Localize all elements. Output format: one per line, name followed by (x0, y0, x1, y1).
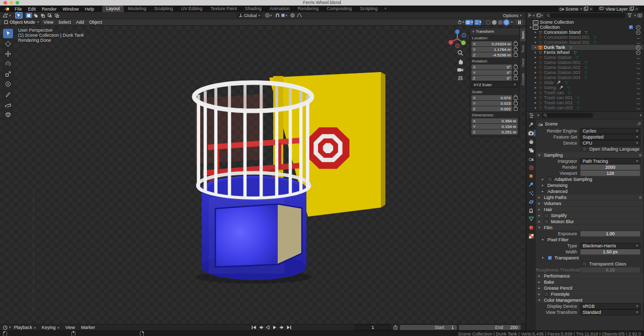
shading-rendered-icon[interactable] (504, 20, 509, 25)
tool-move[interactable] (3, 49, 13, 58)
outliner-collection[interactable]: ▼ Collection ✓ (526, 25, 643, 30)
workspace-tab-animation[interactable]: Animation (266, 6, 294, 12)
scene-selector[interactable]: Scene ▾ × (557, 6, 594, 12)
jump-to-end-button[interactable] (286, 325, 292, 330)
expand-arrow-icon[interactable]: ▸ (533, 35, 538, 39)
tab-modifiers[interactable] (527, 181, 535, 188)
sidebar-tab-tool[interactable]: Tool (520, 43, 526, 55)
workspace-tab-uv-editing[interactable]: UV Editing (177, 6, 207, 12)
menu-help[interactable]: Help (82, 7, 98, 12)
visibility-eye-closed-icon[interactable] (636, 97, 640, 99)
select-mode-new-icon[interactable] (26, 13, 32, 18)
scale-z-field[interactable]: Z0.002 (471, 106, 512, 111)
outliner-scene-icon[interactable]: ▾ (536, 13, 543, 18)
new-collection-icon[interactable] (637, 13, 642, 18)
frame-end-field[interactable]: End250 (459, 325, 521, 330)
previous-keyframe-button[interactable] (258, 325, 264, 330)
new-scene-icon[interactable] (584, 7, 588, 11)
section-film[interactable]: ▾Film (536, 225, 643, 230)
outliner-display-mode-dropdown[interactable]: ▾ (528, 13, 535, 18)
viewport-samples-field[interactable]: 128 (580, 170, 640, 176)
presets-icon[interactable]: ≡ (639, 195, 641, 200)
perspective-grid-icon[interactable] (457, 75, 463, 81)
tool-cursor[interactable] (3, 39, 13, 48)
proportional-falloff-icon[interactable] (296, 13, 302, 18)
location-y-field[interactable]: Y1.1764 m (471, 47, 512, 52)
lock-icon[interactable] (514, 48, 518, 51)
outliner-item[interactable]: ▸ ▽ Concession Stand.002 ▽ (531, 40, 643, 45)
select-mode-intersect-icon[interactable] (54, 13, 60, 18)
visibility-eye-closed-icon[interactable] (636, 87, 640, 89)
tab-particles[interactable] (527, 190, 535, 196)
tab-tool[interactable] (527, 121, 535, 128)
motion-blur-checkbox[interactable] (544, 219, 549, 224)
outliner-item[interactable]: ▸ ▽ Dunk Tank ▽ (531, 45, 643, 50)
section-motion-blur[interactable]: ▸Motion Blur (536, 219, 643, 224)
sidebar-tab-create[interactable]: Create (520, 71, 526, 88)
workspace-tab-sculpting[interactable]: Sculpting (150, 6, 177, 12)
pixel-filter-type-dropdown[interactable]: Blackman-Harris▾ (580, 243, 640, 249)
visibility-eye-closed-icon[interactable] (636, 107, 640, 109)
outliner-item[interactable]: ▸ ▽ Swing ▽ (531, 85, 643, 90)
section-advanced[interactable]: ▸Advanced (536, 188, 643, 194)
section-hair[interactable]: ▸Hair (536, 207, 643, 212)
visibility-eye-open-icon[interactable] (636, 50, 640, 55)
lock-icon[interactable] (514, 65, 518, 69)
integrator-dropdown[interactable]: Path Tracing▾ (580, 158, 640, 164)
lock-icon[interactable] (514, 71, 518, 75)
options-dropdown[interactable]: Options ▾ (503, 13, 522, 18)
viewport-menu-object[interactable]: Object (87, 20, 105, 25)
select-mode-subtract-icon[interactable] (40, 13, 46, 18)
osl-checkbox[interactable] (582, 147, 587, 152)
jump-to-start-button[interactable] (251, 325, 257, 330)
viewport-menu-view[interactable]: View (41, 20, 56, 25)
timeline-menu-playback[interactable]: Playback ▾ (11, 325, 39, 330)
overlays-toggle-icon[interactable]: ▾ (465, 20, 473, 25)
unlink-scene-icon[interactable]: × (590, 7, 592, 12)
pause-render-button[interactable] (516, 20, 523, 25)
location-x-field[interactable]: X0.24324 m (471, 41, 512, 46)
outliner-item[interactable]: ▸ ▽ Game Station.004 ▽ (531, 75, 643, 80)
transform-panel-header[interactable]: ▾ Transform (470, 28, 519, 35)
section-performance[interactable]: ▸Performance (536, 273, 643, 279)
outliner-item[interactable]: ▸ ▽ Game Station.002 ▽ (531, 65, 643, 70)
tool-measure[interactable] (3, 99, 13, 109)
next-keyframe-button[interactable] (279, 325, 285, 330)
section-transparent[interactable]: ▾✓Transparent (536, 255, 643, 260)
rotation-mode-dropdown[interactable]: XYZ Euler▾ (471, 82, 518, 88)
xray-toggle-icon[interactable]: ▾ (474, 20, 481, 25)
outliner-item[interactable]: ▸ ▽ Game Station.003 ▽ (531, 70, 643, 75)
simplify-checkbox[interactable] (544, 213, 549, 218)
expand-arrow-icon[interactable]: ▸ (533, 76, 538, 80)
sidebar-tab-item[interactable]: Item (520, 29, 526, 42)
visibility-eye-closed-icon[interactable] (636, 61, 640, 64)
outliner-item[interactable]: ▸ ▽ Concession Stand.001 ▽ (531, 35, 643, 40)
menu-edit[interactable]: Edit (25, 7, 39, 12)
outliner-item[interactable]: ▸ ▽ Slide ▽ (531, 80, 643, 85)
proportional-editing-icon[interactable] (289, 13, 296, 18)
snap-settings-dropdown[interactable]: ▾ (281, 13, 288, 18)
visibility-eye-closed-icon[interactable] (636, 102, 640, 104)
shading-material-icon[interactable] (498, 20, 503, 25)
section-grease-pencil[interactable]: ▸Grease Pencil (536, 285, 643, 291)
workspace-tab-rendering[interactable]: Rendering (294, 6, 323, 12)
workspace-tab-shading[interactable]: Shading (241, 6, 266, 12)
tab-view-layer[interactable] (527, 147, 535, 154)
visibility-eye-open-icon[interactable] (636, 30, 640, 35)
pivot-point-dropdown[interactable]: ▾ (265, 13, 272, 18)
menu-file[interactable]: File (12, 7, 25, 12)
active-tool-select-box-icon[interactable] (15, 12, 23, 19)
editor-type-icon[interactable] (2, 13, 9, 18)
render-samples-field[interactable]: 2000 (580, 164, 640, 170)
tool-add-cube[interactable] (3, 109, 13, 119)
exposure-field[interactable]: 1.00 (580, 231, 640, 237)
lock-icon[interactable] (514, 53, 518, 57)
visibility-eye-closed-icon[interactable] (636, 72, 640, 74)
visibility-eye-open-icon[interactable] (636, 25, 640, 30)
lock-icon[interactable] (514, 77, 518, 80)
play-reverse-button[interactable] (265, 325, 271, 330)
outliner-item[interactable]: ▸ ▽ Concession Stand ▽ (531, 30, 643, 35)
outliner-item[interactable]: ▸ ▽ Trash can.002 ▽ (531, 100, 643, 105)
play-button[interactable] (272, 325, 278, 330)
expand-arrow-icon[interactable]: ▸ (533, 45, 538, 49)
